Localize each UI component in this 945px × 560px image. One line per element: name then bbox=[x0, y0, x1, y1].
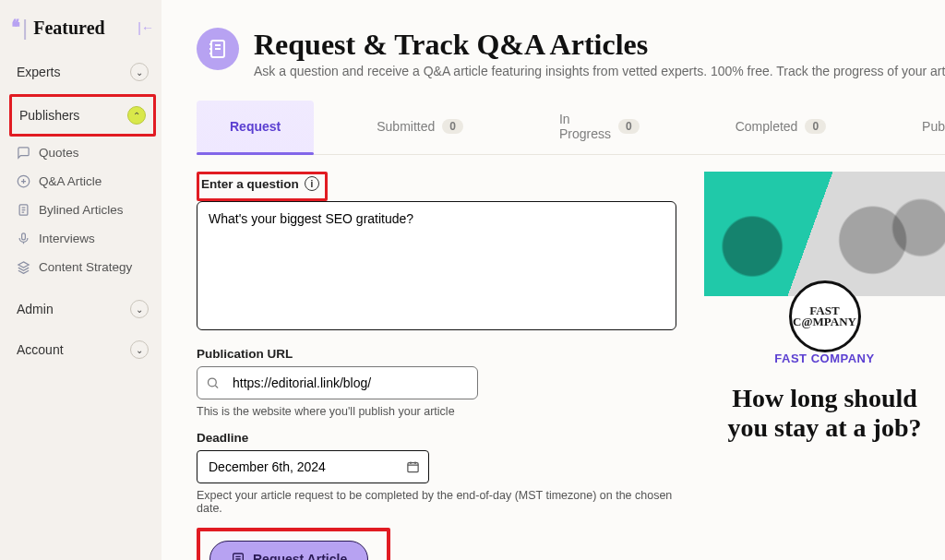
tab-in-progress[interactable]: In Progress 0 bbox=[526, 101, 673, 154]
promo-image bbox=[704, 172, 945, 296]
layers-icon bbox=[17, 260, 31, 274]
tab-count: 0 bbox=[442, 119, 463, 134]
url-helper: This is the website where you'll publish… bbox=[197, 405, 676, 418]
tab-completed[interactable]: Completed 0 bbox=[702, 101, 859, 154]
sidebar-section-label: Publishers bbox=[19, 108, 79, 123]
search-icon bbox=[206, 376, 220, 390]
info-icon[interactable]: i bbox=[305, 176, 319, 191]
brand-name: Featured bbox=[33, 18, 104, 39]
plus-circle-icon bbox=[17, 174, 31, 188]
notebook-icon bbox=[197, 28, 239, 70]
chat-icon bbox=[17, 146, 31, 160]
promo-badge: FASTC@MPANY bbox=[789, 280, 861, 352]
button-label: Request Article bbox=[253, 552, 347, 560]
url-input[interactable] bbox=[197, 366, 478, 399]
page-header: Request & Track Q&A Articles Ask a quest… bbox=[197, 28, 945, 78]
request-article-button[interactable]: Request Article bbox=[209, 541, 368, 560]
sidebar-section-label: Account bbox=[17, 342, 64, 357]
logo-glyph: ❛❛ bbox=[11, 16, 17, 40]
main: Request & Track Q&A Articles Ask a quest… bbox=[161, 0, 945, 560]
sidebar-item-label: Content Strategy bbox=[39, 260, 132, 274]
tabs: Request Submitted 0 In Progress 0 Comple… bbox=[197, 101, 945, 155]
tab-published[interactable]: Pub bbox=[889, 101, 945, 154]
tab-count: 0 bbox=[805, 119, 826, 134]
sidebar-collapse-icon[interactable]: |← bbox=[138, 20, 154, 35]
deadline-helper: Expect your article request to be comple… bbox=[197, 489, 676, 515]
question-label: Enter a question bbox=[201, 177, 299, 191]
url-label: Publication URL bbox=[197, 347, 293, 361]
tab-label: Request bbox=[230, 119, 281, 134]
request-form: Enter a question i Publication URL This … bbox=[197, 172, 676, 560]
tab-label: Submitted bbox=[377, 119, 435, 134]
article-icon bbox=[231, 552, 245, 560]
sidebar-item-label: Quotes bbox=[39, 146, 79, 160]
sidebar-item-interviews[interactable]: Interviews bbox=[9, 226, 156, 251]
tab-label: In Progress bbox=[559, 112, 611, 141]
sidebar-section-label: Experts bbox=[17, 65, 60, 79]
sidebar-item-label: Q&A Article bbox=[39, 174, 102, 188]
highlight-submit: Request Article bbox=[197, 528, 390, 560]
question-input[interactable] bbox=[197, 201, 676, 330]
tab-request[interactable]: Request bbox=[197, 101, 314, 154]
chevron-down-icon: ⌄ bbox=[130, 63, 149, 81]
page-subtitle: Ask a question and receive a Q&A article… bbox=[254, 64, 945, 78]
calendar-icon[interactable] bbox=[406, 460, 420, 474]
document-icon bbox=[17, 203, 31, 217]
sidebar-section-admin[interactable]: Admin ⌄ bbox=[9, 291, 156, 328]
sidebar-section-account[interactable]: Account ⌄ bbox=[9, 331, 156, 368]
microphone-icon bbox=[17, 232, 31, 245]
svg-rect-5 bbox=[408, 463, 418, 472]
promo-panel: FASTC@MPANY FAST COMPANY How long should… bbox=[704, 172, 945, 560]
sidebar-item-quotes[interactable]: Quotes bbox=[9, 140, 156, 165]
tab-count: 0 bbox=[618, 119, 640, 134]
sidebar: ❛❛ | Featured |← Experts ⌄ Publishers ⌃ … bbox=[0, 0, 161, 560]
promo-title[interactable]: How long should you stay at a job? bbox=[704, 384, 945, 443]
sidebar-section-publishers[interactable]: Publishers ⌃ bbox=[12, 97, 153, 134]
sidebar-item-content-strategy[interactable]: Content Strategy bbox=[9, 255, 156, 280]
sidebar-section-experts[interactable]: Experts ⌄ bbox=[9, 54, 156, 90]
svg-point-4 bbox=[209, 378, 217, 387]
sidebar-item-label: Bylined Articles bbox=[39, 203, 124, 217]
logo-separator: | bbox=[22, 15, 28, 41]
chevron-down-icon: ⌄ bbox=[130, 300, 149, 318]
sidebar-section-label: Admin bbox=[17, 302, 54, 316]
page-title: Request & Track Q&A Articles bbox=[254, 28, 945, 62]
sidebar-item-qa-article[interactable]: Q&A Article bbox=[9, 169, 156, 194]
highlight-publishers: Publishers ⌃ bbox=[9, 94, 156, 137]
tab-submitted[interactable]: Submitted 0 bbox=[343, 101, 496, 154]
svg-rect-2 bbox=[22, 233, 26, 240]
deadline-input[interactable] bbox=[197, 450, 429, 483]
chevron-down-icon: ⌄ bbox=[130, 340, 149, 359]
sidebar-item-bylined[interactable]: Bylined Articles bbox=[9, 197, 156, 222]
promo-brand: FAST COMPANY bbox=[704, 351, 945, 365]
deadline-label: Deadline bbox=[197, 431, 248, 445]
logo[interactable]: ❛❛ | Featured |← bbox=[9, 11, 156, 50]
sidebar-item-label: Interviews bbox=[39, 232, 95, 245]
highlight-question-label: Enter a question i bbox=[197, 172, 328, 201]
tab-label: Completed bbox=[736, 119, 798, 134]
chevron-up-icon: ⌃ bbox=[127, 106, 146, 125]
tab-label: Pub bbox=[922, 119, 945, 134]
